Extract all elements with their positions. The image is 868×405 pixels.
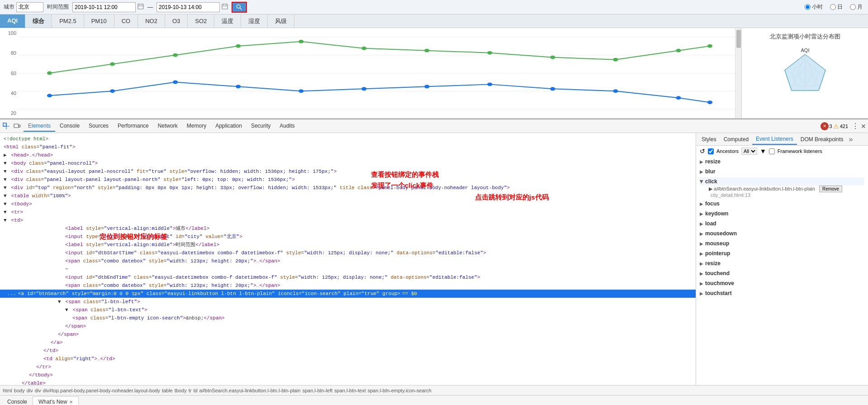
devtools-tab-audits[interactable]: Audits: [275, 121, 299, 132]
event-item-pointerup[interactable]: ▶ pointerup: [700, 249, 864, 257]
date-end-input[interactable]: [157, 2, 220, 12]
date-start-input[interactable]: [72, 2, 136, 12]
bottom-tab-bar: Console What's New ✕: [0, 395, 868, 405]
breadcrumb-div1[interactable]: div: [27, 388, 33, 393]
chart-scrollbar[interactable]: [735, 28, 741, 118]
html-tree: <!doctype html> <html class="panel-fit">…: [0, 133, 696, 385]
tab-pm10[interactable]: PM10: [84, 14, 114, 28]
bottom-tab-whats-new[interactable]: What's New ✕: [33, 396, 79, 405]
breadcrumb-span-lbtnempty[interactable]: span.l-btn-empty.icon-search: [368, 388, 432, 393]
close-whats-new-tab[interactable]: ✕: [69, 400, 73, 405]
bottom-tab-console[interactable]: Console: [2, 397, 33, 405]
breadcrumb-tr[interactable]: tr: [189, 388, 192, 393]
right-tab-event-listeners[interactable]: Event Listeners: [752, 134, 797, 145]
devtools-tab-memory[interactable]: Memory: [182, 121, 211, 132]
remove-listener-button[interactable]: Remove: [819, 186, 842, 192]
chart-scrollbar-thumb[interactable]: [736, 30, 741, 48]
y-axis: 100 80 60 40 20: [0, 30, 18, 116]
event-item-click[interactable]: ▶ click: [700, 177, 864, 186]
html-line: <input type="text" class="cityinput" id=…: [0, 233, 696, 241]
tab-so2[interactable]: SO2: [188, 14, 214, 28]
error-count: 3: [830, 124, 832, 129]
event-item-keydown[interactable]: ▶ keydown: [700, 210, 864, 218]
event-item-mouseup[interactable]: ▶ mouseup: [700, 239, 864, 248]
devtools-tab-elements[interactable]: Elements: [24, 121, 55, 132]
event-item-touchmove[interactable]: ▶ touchmove: [700, 279, 864, 287]
right-tab-dom-breakpoints[interactable]: DOM Breakpoints: [797, 134, 847, 144]
event-item-focus[interactable]: ▶ focus: [700, 200, 864, 208]
event-item-blur[interactable]: ▶ blur: [700, 167, 864, 176]
tab-no2[interactable]: NO2: [138, 14, 165, 28]
breadcrumb-div-top[interactable]: div#top.panel-body.panel-body-noheader.l…: [43, 388, 160, 393]
event-item-mousedown[interactable]: ▶ mousedown: [700, 229, 864, 238]
html-line: </span>: [0, 322, 696, 330]
event-item-resize2[interactable]: ▶ resize: [700, 259, 864, 267]
devtools-tab-security[interactable]: Security: [247, 121, 275, 132]
day-option[interactable]: 日: [830, 3, 843, 11]
breadcrumb-span-lbtnleft[interactable]: span.l-btn-left: [302, 388, 332, 393]
html-line: </a>: [0, 338, 696, 347]
city-input[interactable]: [16, 2, 43, 12]
breadcrumb-a-btnsearch[interactable]: a#btnSearch.easyui-linkbutton.l-btn.l-bt…: [199, 388, 301, 393]
event-item-touchstart[interactable]: ▶ touchstart: [700, 289, 864, 297]
more-right-tabs-icon[interactable]: »: [849, 135, 853, 143]
svg-point-36: [613, 89, 618, 93]
search-button[interactable]: [232, 2, 247, 13]
devtools-tab-sources[interactable]: Sources: [84, 121, 113, 132]
filter-select[interactable]: All: [741, 148, 757, 155]
devtools-tab-application[interactable]: Application: [211, 121, 247, 132]
hour-option[interactable]: 小时: [805, 3, 823, 11]
breadcrumb-table[interactable]: table: [162, 388, 173, 393]
event-item-touchend[interactable]: ▶ touchend: [700, 269, 864, 277]
framework-checkbox[interactable]: [769, 148, 775, 154]
html-line: <span class="combo datebox" style="width…: [0, 257, 696, 265]
month-option[interactable]: 月: [850, 3, 863, 11]
breadcrumb-html[interactable]: html: [3, 388, 12, 393]
right-tab-computed[interactable]: Computed: [720, 134, 752, 144]
breadcrumb-td[interactable]: td: [193, 388, 197, 393]
event-item-load[interactable]: ▶ load: [700, 219, 864, 228]
tab-pm25[interactable]: PM2.5: [52, 14, 84, 28]
time-label: 时间范围: [47, 3, 69, 11]
search-icon: [236, 4, 242, 10]
devtools-tab-performance[interactable]: Performance: [113, 121, 153, 132]
devtools-tab-bar: Elements Console Sources Performance Net…: [0, 119, 868, 133]
devtools-right-tabs: Styles Computed Event Listeners DOM Brea…: [696, 133, 868, 146]
breadcrumb-body[interactable]: body: [14, 388, 25, 393]
tab-comprehensive[interactable]: 综合: [25, 14, 52, 28]
more-options-icon[interactable]: ⋮: [852, 122, 859, 130]
radar-chart: AQI: [753, 45, 857, 109]
breadcrumb-tbody[interactable]: tbody: [175, 388, 187, 393]
tab-bar: AQI 综合 PM2.5 PM10 CO NO2 O3 SO2 温度 湿度 风级: [0, 14, 868, 28]
tab-aqi[interactable]: AQI: [0, 14, 25, 28]
tab-temp[interactable]: 温度: [214, 14, 241, 28]
html-line: ~: [0, 265, 696, 273]
tab-humidity[interactable]: 湿度: [241, 14, 268, 28]
html-line: ▼ <tbody>: [0, 200, 696, 208]
right-tab-styles[interactable]: Styles: [698, 134, 720, 144]
breadcrumb-span-lbtntext[interactable]: span.l-btn-text: [334, 388, 366, 393]
breadcrumb-div2[interactable]: div: [35, 388, 41, 393]
devtools-left-panel: <!doctype html> <html class="panel-fit">…: [0, 133, 696, 385]
svg-point-23: [550, 56, 555, 59]
devtools-tab-network[interactable]: Network: [153, 121, 182, 132]
close-devtools-icon[interactable]: ✕: [861, 123, 866, 130]
event-touchmove: ▶ touchmove: [700, 279, 864, 287]
device-icon[interactable]: [13, 122, 22, 131]
tab-wind[interactable]: 风级: [268, 14, 294, 28]
tab-o3[interactable]: O3: [165, 14, 188, 28]
ancestors-checkbox[interactable]: [708, 148, 714, 154]
event-item-resize[interactable]: ▶ resize: [700, 157, 864, 166]
radar-title: 北京监测项小时雷达分布图: [770, 33, 840, 41]
html-line-selected[interactable]: ... <a id="btnSearch" style="margin:0 0 …: [0, 290, 696, 298]
tab-co[interactable]: CO: [114, 14, 138, 28]
html-line: </td>: [0, 347, 696, 355]
devtools-tab-console[interactable]: Console: [55, 121, 84, 132]
html-line: <span class="l-btn-empty icon-search">&n…: [0, 314, 696, 322]
svg-point-16: [110, 62, 115, 66]
svg-point-37: [676, 96, 681, 100]
devtools-body: <!doctype html> <html class="panel-fit">…: [0, 133, 868, 385]
inspect-icon[interactable]: [2, 122, 11, 131]
svg-point-19: [299, 40, 304, 43]
refresh-icon[interactable]: ↺: [700, 148, 705, 155]
